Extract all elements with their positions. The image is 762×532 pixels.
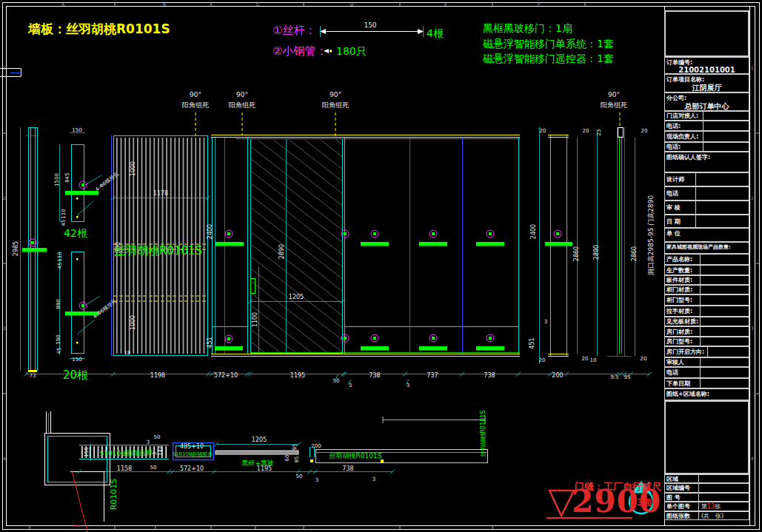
- titleblock-label: 电话: [665, 187, 696, 200]
- dim-label: 3: [372, 477, 375, 482]
- rod-qty: 4根: [427, 28, 444, 38]
- dim-label: 738: [484, 373, 495, 379]
- dim-label: 90°: [236, 92, 248, 98]
- dim-label: 9.5: [610, 375, 618, 380]
- titleblock-label: 图纸张数: [665, 512, 699, 519]
- dim-label: 572+10: [180, 466, 204, 472]
- dim-label: 190: [56, 334, 61, 344]
- level-triangle-icon: [549, 491, 574, 516]
- dim-label: 60: [285, 455, 290, 462]
- titleblock-row: 房门材质:: [664, 326, 749, 337]
- dim-label: 20根: [63, 370, 88, 381]
- dim-label: R0101S: [110, 479, 118, 511]
- titleblock-row: 图纸张数(共 张): [664, 511, 749, 520]
- titleblock-value: [696, 215, 698, 227]
- titleblock-label: 产品名称:: [665, 255, 701, 264]
- dim-label: 45: [58, 263, 63, 269]
- dim-label: 1: [3, 66, 6, 70]
- titleblock-row: 订单编号:21002101001: [664, 57, 749, 74]
- dim-label: 20: [539, 358, 546, 363]
- dim-label: 110: [58, 252, 63, 261]
- titleblock-value: 第 13 张: [699, 502, 721, 511]
- titleblock-label: 区域编号: [665, 484, 699, 492]
- titleblock-value: [699, 475, 701, 482]
- titleblock-value: [703, 112, 706, 120]
- dim-label: 95: [293, 444, 298, 451]
- plan-dim-line: [383, 417, 485, 423]
- titleblock-label: 房门开启方向:: [665, 347, 708, 357]
- titleblock-label: 家具城图视频现场产品数量:: [665, 243, 749, 251]
- dim-label: B: [163, 2, 166, 7]
- dim-label: 阳角组死: [322, 102, 349, 109]
- dim-label: 1205: [252, 437, 267, 443]
- titleblock-value: [701, 306, 703, 316]
- dim-label: 23: [597, 129, 602, 136]
- dim-label: 18: [124, 351, 131, 356]
- dim-label: 阳角组死: [182, 102, 209, 109]
- dim-label: 1178: [153, 191, 168, 197]
- titleblock-row: 图纸确认人签字:: [664, 152, 749, 172]
- titleblock-value: (共 张): [699, 512, 723, 519]
- titleblock-row: 现场负责人:: [664, 131, 749, 142]
- dim-label: 845: [65, 172, 70, 182]
- titleblock-value: [701, 317, 703, 326]
- titleblock-row: [664, 400, 749, 474]
- dim-label: 50: [296, 474, 303, 479]
- titleblock-label: 单 位: [665, 229, 749, 238]
- dim-label: 90°: [190, 92, 201, 98]
- dim-label: 1158: [117, 466, 132, 472]
- titleblock-value-part: 第: [701, 502, 707, 511]
- titleblock-row: 电话:: [664, 142, 749, 152]
- dim-label: 3: [315, 478, 318, 483]
- titleblock-label: 柜门型号:: [665, 295, 701, 305]
- dim-label: 1000: [130, 315, 136, 330]
- titleblock-label: 柜门材质:: [665, 286, 701, 294]
- dim-label: 73: [30, 374, 36, 379]
- titleblock-label: 见光板材质:: [665, 317, 701, 326]
- titleblock-value: 21002101001: [665, 66, 749, 74]
- dim-label: 丝羽胡桃R0101S: [115, 246, 202, 257]
- titleblock-value: [701, 266, 703, 275]
- titleblock-value: 江阴展厅: [665, 83, 749, 92]
- dim-label: 20: [540, 129, 547, 134]
- pipe-qty: 180只: [336, 46, 367, 56]
- titleblock-row: 房门型号:: [664, 337, 749, 346]
- dim-label: 3: [407, 383, 410, 388]
- bom-line-3: 磁悬浮智能移门遥控器：1套: [483, 53, 614, 64]
- dim-label: A: [61, 2, 64, 7]
- dim-label: 50: [150, 465, 157, 471]
- track-cap: [618, 128, 624, 138]
- dim-label: E: [444, 2, 447, 7]
- titleblock-value: [703, 121, 706, 130]
- dim-label: 200: [552, 373, 563, 379]
- bom-line-1: 黑框黑玻移门：1扇: [483, 23, 572, 33]
- titleblock-label: 图纸确认人签字:: [665, 152, 749, 161]
- dim-label: 90°: [608, 92, 620, 98]
- dim-label: 45: [61, 220, 67, 226]
- rod-item-label: ①丝杆：: [273, 25, 315, 36]
- titleblock-value: [703, 143, 706, 151]
- dim-label: 738: [369, 373, 380, 379]
- dim-label: 2860: [632, 246, 638, 261]
- dim-label: 2400: [531, 224, 537, 239]
- dim-label: 3: [153, 452, 158, 455]
- wall-panel-title: 墙板：丝羽胡桃R0101S: [28, 23, 170, 36]
- titleblock-row: 设计师: [664, 172, 749, 186]
- titleblock-value-part: 张: [715, 502, 721, 511]
- dim-label: 1195: [290, 373, 305, 379]
- rod-dim-label: 150: [364, 22, 376, 29]
- titleblock-row: 审 核: [664, 201, 749, 215]
- glass-hatch: [252, 140, 342, 352]
- dim-label: 150: [72, 128, 81, 133]
- titleblock-value: [701, 379, 703, 388]
- titleblock-row: 单 位: [664, 228, 749, 242]
- dim-label: 丝羽胡桃R0101S: [100, 449, 153, 456]
- dim-label: 1100: [253, 312, 258, 327]
- titleblock-row: 区域编号: [664, 483, 749, 493]
- dim-label: 20: [641, 357, 647, 362]
- titleblock-label: 审 核: [665, 201, 696, 214]
- dim-label: 451: [529, 337, 535, 349]
- titleblock-row: 订单项目名称:江阴展厅: [664, 74, 749, 92]
- titleblock-value-part: 13: [707, 503, 715, 510]
- dim-label: 洞口高2985-95 门高2890: [648, 195, 655, 275]
